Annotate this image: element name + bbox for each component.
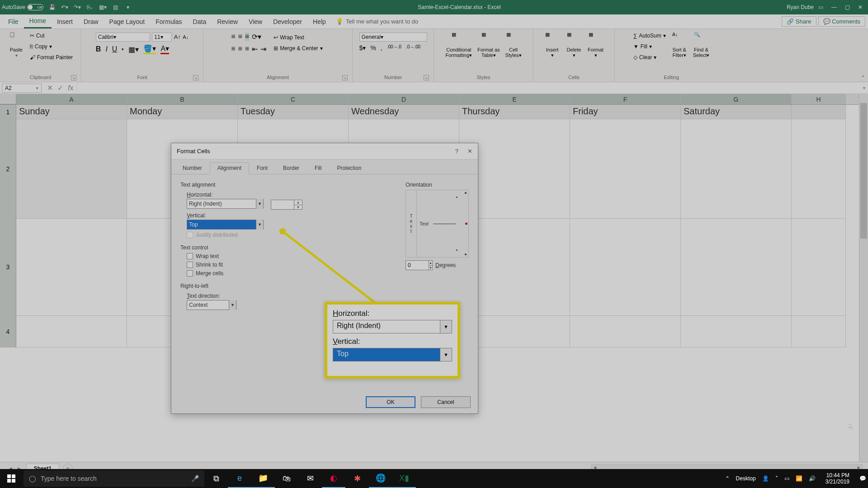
- clear-button[interactable]: ◇ Clear ▾: [632, 52, 668, 62]
- tray-overflow-icon[interactable]: ⌃: [725, 475, 730, 482]
- task-view-icon[interactable]: ⧉: [204, 469, 228, 488]
- sort-filter-button[interactable]: A↓Sort &Filter▾: [670, 31, 689, 59]
- expand-formula-icon[interactable]: ▾: [860, 85, 868, 90]
- chevron-down-icon[interactable]: ▼: [256, 220, 263, 230]
- dialog-tab-alignment[interactable]: Alignment: [210, 162, 249, 174]
- degrees-input[interactable]: [406, 261, 429, 270]
- tab-review[interactable]: Review: [212, 15, 243, 28]
- spin-down-icon[interactable]: ▼: [429, 266, 432, 270]
- vertical-scrollbar[interactable]: [859, 94, 868, 462]
- col-header-C[interactable]: C: [238, 94, 349, 104]
- undo-icon[interactable]: ↶▾: [61, 3, 69, 11]
- row-header-3[interactable]: 3: [0, 219, 16, 316]
- redo-icon[interactable]: ↷▾: [73, 3, 81, 11]
- clock[interactable]: 10:44 PM 3/21/2019: [822, 472, 853, 485]
- file-explorer-icon[interactable]: 📁: [251, 469, 275, 488]
- qat-icon-3[interactable]: ▤: [111, 3, 119, 11]
- conditional-formatting-button[interactable]: ▦ConditionalFormatting▾: [443, 31, 474, 59]
- cell-A2[interactable]: [16, 119, 127, 219]
- mic-icon[interactable]: 🎤: [191, 475, 199, 482]
- number-launcher-icon[interactable]: ↘: [424, 75, 429, 80]
- cell-F4[interactable]: [570, 316, 681, 347]
- find-select-button[interactable]: 🔍Find &Select▾: [691, 31, 712, 59]
- cell-A4[interactable]: [16, 316, 127, 347]
- chevron-down-icon[interactable]: ▼: [229, 300, 236, 310]
- cell-A3[interactable]: [16, 219, 127, 316]
- align-left-icon[interactable]: ≡: [231, 45, 235, 53]
- tab-page-layout[interactable]: Page Layout: [104, 15, 151, 28]
- cell-F1[interactable]: Friday: [570, 105, 681, 119]
- cell-styles-button[interactable]: ▦CellStyles▾: [504, 31, 524, 59]
- cell-B1[interactable]: Monday: [127, 105, 238, 119]
- chrome-icon[interactable]: 🌐: [369, 469, 392, 488]
- qat-customize-icon[interactable]: ▾: [124, 3, 132, 11]
- share-button[interactable]: 🔗 Share: [782, 16, 816, 27]
- wrap-text-checkbox[interactable]: Wrap text: [187, 253, 392, 259]
- align-top-icon[interactable]: ≡: [231, 33, 235, 41]
- orientation-control[interactable]: Text Text: [406, 190, 469, 258]
- accounting-icon[interactable]: $▾: [359, 44, 366, 52]
- vertical-select[interactable]: Top▼: [187, 220, 264, 230]
- fill-color-button[interactable]: 🪣▾: [143, 44, 156, 54]
- people-icon[interactable]: 👤: [762, 475, 769, 482]
- decrease-font-icon[interactable]: A↓: [183, 34, 189, 40]
- cell-G4[interactable]: [681, 316, 792, 347]
- row-header-2[interactable]: 2: [0, 119, 16, 219]
- increase-decimal-icon[interactable]: .00→.0: [387, 44, 401, 52]
- paste-button[interactable]: 📋 Paste: [6, 31, 26, 59]
- fx-icon[interactable]: fx: [68, 84, 73, 92]
- align-bottom-icon[interactable]: ≡: [245, 33, 249, 41]
- desktop-label[interactable]: Desktop: [736, 475, 756, 482]
- qat-icon-2[interactable]: ▦▾: [99, 3, 107, 11]
- underline-button[interactable]: U: [112, 45, 118, 53]
- volume-icon[interactable]: 🔊: [809, 475, 816, 482]
- battery-icon[interactable]: ▭: [784, 475, 789, 482]
- format-cells-button[interactable]: ▦Format▾: [586, 31, 606, 59]
- bold-button[interactable]: B: [96, 45, 101, 53]
- cell-H2[interactable]: [792, 119, 846, 219]
- wifi-icon[interactable]: 📶: [796, 475, 802, 482]
- user-menu-icon[interactable]: ▭: [818, 4, 823, 10]
- align-right-icon[interactable]: ≡: [245, 45, 249, 53]
- tab-data[interactable]: Data: [188, 15, 212, 28]
- clipboard-launcher-icon[interactable]: ↘: [71, 75, 76, 80]
- ok-button[interactable]: OK: [366, 396, 415, 408]
- dialog-tab-number[interactable]: Number: [175, 162, 210, 174]
- store-icon[interactable]: 🛍: [275, 469, 298, 488]
- name-box[interactable]: A2▾: [2, 84, 42, 93]
- align-middle-icon[interactable]: ≡: [238, 33, 242, 41]
- indent-input[interactable]: [271, 200, 294, 209]
- vivaldi-icon[interactable]: ◐: [322, 469, 345, 488]
- number-format-select[interactable]: General ▾: [359, 33, 427, 42]
- dialog-tab-fill[interactable]: Fill: [307, 162, 329, 174]
- font-launcher-icon[interactable]: ↘: [193, 75, 198, 80]
- user-area[interactable]: Ryan Dube ▭: [787, 4, 823, 10]
- increase-font-icon[interactable]: A↑: [174, 33, 181, 40]
- cell-G1[interactable]: Saturday: [681, 105, 792, 119]
- dialog-help-icon[interactable]: ?: [455, 148, 458, 155]
- cell-H1[interactable]: [792, 105, 846, 119]
- cell-E1[interactable]: Thursday: [459, 105, 570, 119]
- tab-home[interactable]: Home: [24, 14, 52, 28]
- taskbar-search[interactable]: ◯ Type here to search 🎤: [24, 470, 204, 487]
- autosum-button[interactable]: ∑ AutoSum ▾: [632, 31, 668, 41]
- fill-button[interactable]: ▼ Fill ▾: [632, 42, 668, 52]
- collapse-ribbon-icon[interactable]: ⌃: [861, 75, 865, 81]
- notifications-icon[interactable]: 💬: [859, 475, 866, 482]
- cell-F2[interactable]: [570, 119, 681, 219]
- cancel-formula-icon[interactable]: ✕: [47, 84, 53, 92]
- select-all-corner[interactable]: [0, 94, 16, 104]
- start-button[interactable]: [0, 469, 23, 488]
- cell-H3[interactable]: [792, 219, 846, 316]
- chevron-down-icon[interactable]: ▼: [256, 199, 263, 209]
- cell-H4[interactable]: [792, 316, 846, 347]
- shrink-to-fit-checkbox[interactable]: Shrink to fit: [187, 262, 392, 268]
- autosave-switch[interactable]: Off: [27, 4, 43, 10]
- dialog-close-icon[interactable]: ✕: [467, 148, 472, 155]
- tab-file[interactable]: File: [3, 15, 24, 28]
- tab-developer[interactable]: Developer: [268, 15, 307, 28]
- alignment-launcher-icon[interactable]: ↘: [342, 75, 348, 80]
- maximize-icon[interactable]: ▢: [845, 4, 850, 10]
- cell-A1[interactable]: Sunday: [16, 105, 127, 119]
- italic-button[interactable]: I: [105, 45, 107, 53]
